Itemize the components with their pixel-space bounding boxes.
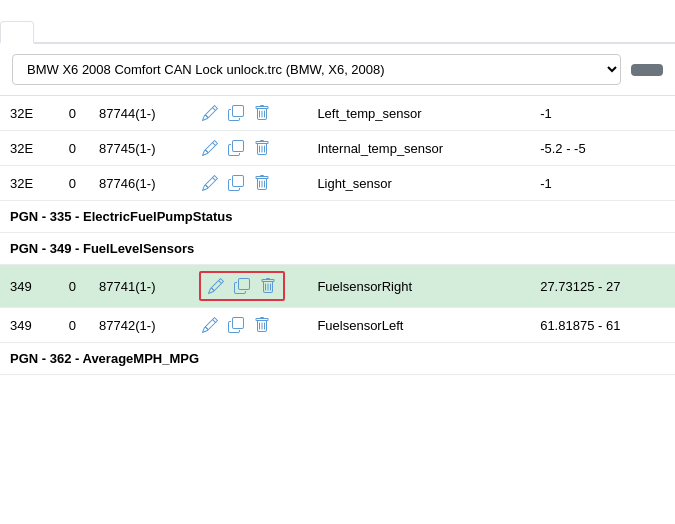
cell-num1: 0 — [56, 265, 89, 308]
cell-value: -5.2 - -5 — [530, 131, 675, 166]
cell-num2: 87745(1-) — [89, 131, 189, 166]
cell-num2: 87741(1-) — [89, 265, 189, 308]
cell-id: 32E — [0, 96, 56, 131]
delete-icon[interactable] — [251, 172, 273, 194]
cell-icons — [189, 131, 307, 166]
cell-num2: 87746(1-) — [89, 166, 189, 201]
section-header-row: PGN - 362 - AverageMPH_MPG — [0, 343, 675, 375]
copy-icon[interactable] — [225, 137, 247, 159]
table-row: 32E 0 87745(1-) Internal_temp_sensor -5.… — [0, 131, 675, 166]
icon-group — [199, 102, 297, 124]
cell-icons — [189, 265, 307, 308]
edit-icon[interactable] — [199, 137, 221, 159]
icon-group — [199, 137, 297, 159]
table-row: 32E 0 87746(1-) Light_sensor -1 — [0, 166, 675, 201]
edit-icon[interactable] — [205, 275, 227, 297]
cell-icons — [189, 166, 307, 201]
cell-value: -1 — [530, 96, 675, 131]
section-label: PGN - 362 - AverageMPH_MPG — [0, 343, 675, 375]
cell-num1: 0 — [56, 308, 89, 343]
delete-icon[interactable] — [257, 275, 279, 297]
table-row: 349 0 87741(1-) FuelsensorRight 27.73125… — [0, 265, 675, 308]
section-label: PGN - 349 - FuelLevelSensors — [0, 233, 675, 265]
edit-icon[interactable] — [199, 102, 221, 124]
table-container: 32E 0 87744(1-) Left_temp_sensor -1 32E — [0, 95, 675, 523]
cell-name: Light_sensor — [307, 166, 530, 201]
cell-icons — [189, 96, 307, 131]
edit-icon[interactable] — [199, 314, 221, 336]
cell-value: 27.73125 - 27 — [530, 265, 675, 308]
delete-icon[interactable] — [251, 137, 273, 159]
tab-parsing[interactable] — [34, 21, 68, 42]
tab-bar — [0, 0, 675, 44]
icon-group — [199, 314, 297, 336]
cell-num1: 0 — [56, 131, 89, 166]
icon-group-highlighted — [199, 271, 285, 301]
file-select[interactable]: BMW X6 2008 Comfort CAN Lock unlock.trc … — [12, 54, 621, 85]
delete-icon[interactable] — [251, 102, 273, 124]
tab-clone[interactable] — [68, 21, 102, 42]
cell-num1: 0 — [56, 96, 89, 131]
cell-id: 32E — [0, 131, 56, 166]
table-row: 349 0 87742(1-) FuelsensorLeft 61.81875 … — [0, 308, 675, 343]
toolbar: BMW X6 2008 Comfort CAN Lock unlock.trc … — [0, 44, 675, 95]
cell-num2: 87744(1-) — [89, 96, 189, 131]
copy-icon[interactable] — [225, 172, 247, 194]
cell-name: Internal_temp_sensor — [307, 131, 530, 166]
data-table: 32E 0 87744(1-) Left_temp_sensor -1 32E — [0, 96, 675, 375]
copy-icon[interactable] — [231, 275, 253, 297]
copy-icon[interactable] — [225, 102, 247, 124]
cell-name: FuelsensorRight — [307, 265, 530, 308]
cell-name: Left_temp_sensor — [307, 96, 530, 131]
cell-id: 32E — [0, 166, 56, 201]
cell-num1: 0 — [56, 166, 89, 201]
cell-id: 349 — [0, 308, 56, 343]
filter-button[interactable] — [631, 64, 663, 76]
cell-value: -1 — [530, 166, 675, 201]
cell-num2: 87742(1-) — [89, 308, 189, 343]
cell-icons — [189, 308, 307, 343]
tab-bmw-x1[interactable] — [0, 21, 34, 44]
tab-export[interactable] — [643, 22, 675, 42]
section-header-row: PGN - 335 - ElectricFuelPumpStatus — [0, 201, 675, 233]
icon-group — [199, 172, 297, 194]
section-header-row: PGN - 349 - FuelLevelSensors — [0, 233, 675, 265]
cell-name: FuelsensorLeft — [307, 308, 530, 343]
section-label: PGN - 335 - ElectricFuelPumpStatus — [0, 201, 675, 233]
cell-id: 349 — [0, 265, 56, 308]
edit-icon[interactable] — [199, 172, 221, 194]
copy-icon[interactable] — [225, 314, 247, 336]
delete-icon[interactable] — [251, 314, 273, 336]
cell-value: 61.81875 - 61 — [530, 308, 675, 343]
table-row: 32E 0 87744(1-) Left_temp_sensor -1 — [0, 96, 675, 131]
